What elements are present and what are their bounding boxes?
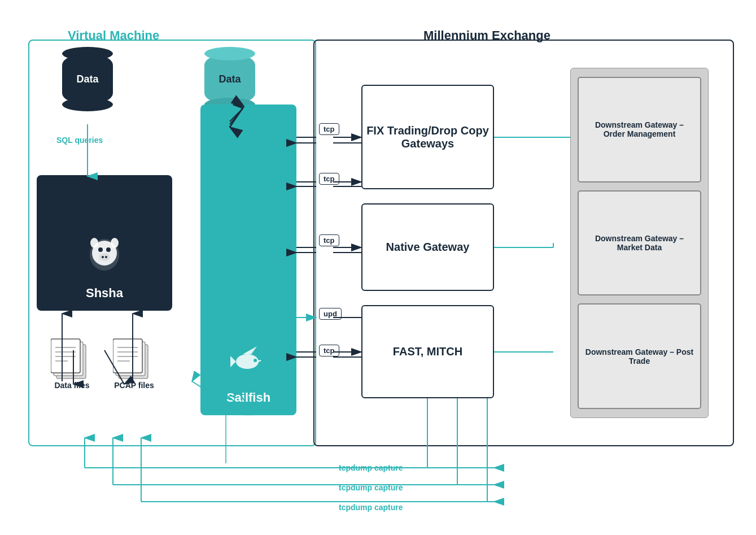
downstream-market-data-label: Downstream Gateway – Market Data [583, 234, 696, 252]
fix-trading-box: FIX Trading/Drop Copy Gateways [361, 85, 494, 189]
pcap-files-group: PCAP files [113, 336, 155, 390]
sailfish-label: Sailfish [226, 390, 270, 405]
native-gateway-label: Native Gateway [386, 241, 470, 254]
tcpdump-label-2: tcpdump capture [339, 483, 403, 492]
svg-point-6 [105, 256, 107, 258]
downstream-order-mgmt-box: Downstream Gateway – Order Management [578, 77, 701, 182]
fix-trading-label: FIX Trading/Drop Copy Gateways [362, 124, 493, 150]
diagram-container: Virtual Machine Millennium Exchange Data… [0, 0, 756, 535]
data-cylinder-teal: Data [204, 54, 255, 105]
svg-point-12 [254, 359, 257, 362]
fast-mitch-box: FAST, MITCH [361, 305, 494, 398]
svg-point-8 [111, 238, 119, 248]
downstream-market-data-box: Downstream Gateway – Market Data [578, 190, 701, 296]
shsha-box: Shsha [37, 175, 172, 311]
sailfish-icon [226, 338, 271, 383]
tcp-badge-1: tcp [319, 123, 339, 135]
downstream-group: Downstream Gateway – Order Management Do… [570, 68, 709, 418]
svg-rect-23 [113, 339, 142, 373]
svg-point-7 [90, 238, 98, 248]
tcpdump-label-3: tcpdump capture [339, 503, 403, 512]
data-teal-label: Data [219, 73, 241, 85]
tcp-badge-3: tcp [319, 234, 339, 246]
sailfish-box: Sailfish [200, 105, 296, 415]
sql-queries-label: SQL queries [56, 136, 103, 145]
svg-point-2 [98, 247, 103, 252]
downstream-post-trade-box: Downstream Gateway – Post Trade [578, 303, 701, 409]
data-files-label: Data files [51, 381, 93, 390]
tcp-badge-5: tcp [319, 345, 339, 356]
pcap-files-label: PCAP files [113, 381, 155, 390]
millennium-label: Millennium Exchange [423, 28, 550, 43]
tcp-badge-2: tcp [319, 173, 339, 185]
native-gateway-box: Native Gateway [361, 203, 494, 291]
svg-marker-10 [230, 356, 236, 367]
svg-point-5 [102, 256, 104, 258]
downstream-order-mgmt-label: Downstream Gateway – Order Management [583, 120, 696, 138]
svg-rect-16 [51, 339, 80, 373]
data-cylinder-dark: Data [62, 54, 113, 105]
upd-badge: upd [319, 308, 342, 320]
data-files-group: Data files [51, 336, 93, 390]
svg-marker-11 [243, 346, 257, 354]
pcap-files-icon [113, 336, 155, 381]
vm-label: Virtual Machine [68, 28, 159, 43]
shsha-label: Shsha [86, 286, 123, 301]
svg-point-4 [99, 253, 110, 261]
downstream-post-trade-label: Downstream Gateway – Post Trade [583, 347, 696, 366]
data-files-icon [51, 336, 93, 381]
svg-point-3 [106, 247, 111, 252]
fast-mitch-label: FAST, MITCH [393, 345, 462, 358]
data-dark-label: Data [76, 73, 98, 85]
tcpdump-label-1: tcpdump capture [339, 463, 403, 472]
shsha-icon [82, 233, 127, 279]
